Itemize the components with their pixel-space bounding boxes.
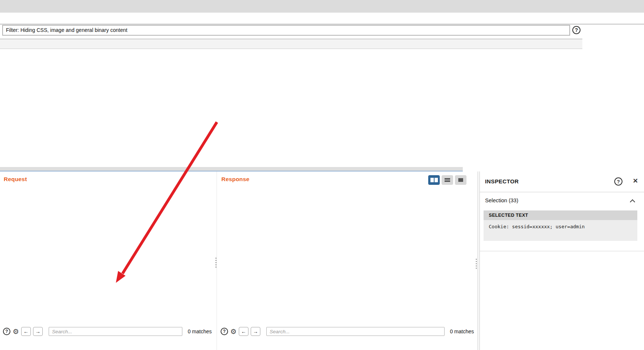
layout-single-button[interactable]: [455, 175, 466, 185]
splitter-handle-icon[interactable]: [215, 258, 217, 268]
search-next-button[interactable]: →: [33, 327, 43, 336]
help-icon[interactable]: ?: [221, 328, 228, 335]
table-header-row: [0, 39, 582, 49]
selected-text-header: SELECTED TEXT: [484, 210, 637, 220]
gear-icon[interactable]: ⚙: [13, 328, 19, 335]
match-count: 0 matches: [188, 328, 212, 334]
search-prev-button[interactable]: ←: [21, 327, 31, 336]
inspector-header: INSPECTOR ? ✕: [480, 171, 644, 192]
selected-text-value: Cookie: sessid=xxxxxx; user=admin: [484, 220, 637, 241]
search-input[interactable]: [266, 327, 445, 336]
request-panel-title: Request: [4, 176, 27, 183]
search-next-button[interactable]: →: [251, 327, 260, 336]
horizontal-splitter[interactable]: [0, 167, 463, 171]
gear-icon[interactable]: ⚙: [230, 328, 237, 335]
editor-layout-buttons: [428, 175, 466, 185]
chevron-up-icon: [630, 199, 635, 205]
inspector-panel: INSPECTOR ? ✕ Selection (33) SELECTED TE…: [480, 171, 644, 350]
splitter-handle-icon[interactable]: [476, 259, 477, 269]
help-icon[interactable]: ?: [3, 328, 10, 335]
inspector-section-selection[interactable]: Selection (33): [480, 192, 644, 210]
response-panel-title: Response: [221, 176, 250, 183]
divider: [0, 24, 644, 24]
response-panel: Response ? ⚙ ← → 0 matches: [218, 171, 478, 350]
search-prev-button[interactable]: ←: [239, 327, 248, 336]
layout-columns-button[interactable]: [428, 175, 440, 185]
inspector-sections: [480, 251, 644, 251]
burp-suite-window: Filter: Hiding CSS, image and general bi…: [0, 0, 644, 350]
request-editor[interactable]: [0, 206, 215, 325]
response-search-bar: ? ⚙ ← → 0 matches: [221, 326, 475, 337]
filter-bar[interactable]: Filter: Hiding CSS, image and general bi…: [2, 25, 570, 36]
search-input[interactable]: [49, 327, 182, 336]
http-history-table: [0, 39, 582, 49]
section-label: Selection (33): [485, 197, 518, 203]
layout-rows-button[interactable]: [442, 175, 453, 185]
selected-text-block: SELECTED TEXT Cookie: sessid=xxxxxx; use…: [484, 210, 637, 241]
help-icon[interactable]: ?: [572, 26, 580, 34]
filter-text: Filter: Hiding CSS, image and general bi…: [3, 26, 569, 35]
close-icon[interactable]: ✕: [633, 177, 638, 185]
match-count: 0 matches: [450, 328, 474, 334]
panel-divider: [217, 171, 217, 350]
main-menu-bar: [0, 0, 644, 13]
response-editor[interactable]: [218, 206, 478, 325]
proxy-subtab-bar: [0, 13, 644, 24]
request-search-bar: ? ⚙ ← → 0 matches: [3, 326, 213, 337]
message-editor-area: Request ? ⚙ ← → 0 matches Response: [0, 171, 644, 350]
inspector-title: INSPECTOR: [485, 178, 519, 184]
help-icon[interactable]: ?: [614, 177, 622, 186]
request-panel: Request ? ⚙ ← → 0 matches: [0, 171, 215, 350]
